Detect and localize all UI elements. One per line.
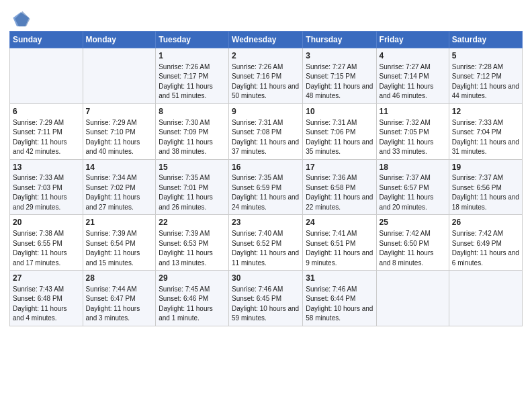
day-number: 10 [306, 106, 373, 118]
day-number: 11 [380, 106, 446, 118]
calendar-cell: 23Sunrise: 7:40 AMSunset: 6:52 PMDayligh… [229, 215, 303, 271]
day-number: 1 [159, 50, 226, 62]
calendar-cell: 12Sunrise: 7:33 AMSunset: 7:04 PMDayligh… [449, 103, 522, 159]
day-number: 14 [86, 162, 153, 173]
calendar-cell: 10Sunrise: 7:31 AMSunset: 7:06 PMDayligh… [303, 103, 376, 159]
cell-content: Sunrise: 7:39 AMSunset: 6:54 PMDaylight:… [86, 229, 153, 268]
day-number: 15 [159, 162, 226, 173]
day-number: 27 [13, 273, 80, 284]
day-number: 9 [232, 106, 300, 118]
calendar-header-row: SundayMondayTuesdayWednesdayThursdayFrid… [10, 32, 523, 48]
calendar-cell: 11Sunrise: 7:32 AMSunset: 7:05 PMDayligh… [376, 103, 449, 159]
cell-content: Sunrise: 7:39 AMSunset: 6:53 PMDaylight:… [159, 229, 226, 268]
day-number: 24 [306, 217, 373, 228]
cell-content: Sunrise: 7:46 AMSunset: 6:44 PMDaylight:… [306, 285, 373, 324]
calendar-cell: 19Sunrise: 7:37 AMSunset: 6:56 PMDayligh… [449, 159, 522, 215]
calendar-cell: 8Sunrise: 7:30 AMSunset: 7:09 PMDaylight… [156, 103, 229, 159]
page: SundayMondayTuesdayWednesdayThursdayFrid… [0, 0, 532, 411]
weekday-header: Sunday [10, 32, 83, 48]
weekday-header: Tuesday [156, 32, 229, 48]
calendar-cell: 4Sunrise: 7:27 AMSunset: 7:14 PMDaylight… [376, 48, 449, 104]
cell-content: Sunrise: 7:36 AMSunset: 6:58 PMDaylight:… [306, 173, 373, 212]
calendar-cell: 15Sunrise: 7:35 AMSunset: 7:01 PMDayligh… [156, 159, 229, 215]
weekday-header: Wednesday [229, 32, 303, 48]
calendar-cell: 22Sunrise: 7:39 AMSunset: 6:53 PMDayligh… [156, 215, 229, 271]
cell-content: Sunrise: 7:42 AMSunset: 6:50 PMDaylight:… [380, 229, 446, 268]
calendar-cell: 31Sunrise: 7:46 AMSunset: 6:44 PMDayligh… [303, 271, 376, 326]
calendar-cell: 2Sunrise: 7:26 AMSunset: 7:16 PMDaylight… [229, 48, 303, 104]
day-number: 28 [86, 273, 153, 284]
calendar-cell: 5Sunrise: 7:28 AMSunset: 7:12 PMDaylight… [449, 48, 522, 104]
logo [9, 9, 31, 28]
calendar-row: 13Sunrise: 7:33 AMSunset: 7:03 PMDayligh… [10, 159, 523, 215]
cell-content: Sunrise: 7:33 AMSunset: 7:04 PMDaylight:… [452, 118, 519, 157]
calendar-cell [10, 48, 83, 104]
calendar-table: SundayMondayTuesdayWednesdayThursdayFrid… [9, 31, 523, 326]
cell-content: Sunrise: 7:44 AMSunset: 6:47 PMDaylight:… [86, 285, 153, 324]
cell-content: Sunrise: 7:31 AMSunset: 7:06 PMDaylight:… [306, 118, 373, 157]
cell-content: Sunrise: 7:41 AMSunset: 6:51 PMDaylight:… [306, 229, 373, 268]
cell-content: Sunrise: 7:32 AMSunset: 7:05 PMDaylight:… [380, 118, 446, 157]
day-number: 5 [452, 50, 519, 62]
day-number: 21 [86, 217, 153, 228]
calendar-cell: 26Sunrise: 7:42 AMSunset: 6:49 PMDayligh… [449, 215, 522, 271]
calendar-cell: 7Sunrise: 7:29 AMSunset: 7:10 PMDaylight… [83, 103, 156, 159]
cell-content: Sunrise: 7:26 AMSunset: 7:16 PMDaylight:… [232, 62, 300, 101]
weekday-header: Thursday [303, 32, 376, 48]
cell-content: Sunrise: 7:29 AMSunset: 7:11 PMDaylight:… [13, 118, 80, 157]
calendar-row: 20Sunrise: 7:38 AMSunset: 6:55 PMDayligh… [10, 215, 523, 271]
header [9, 7, 523, 28]
calendar-cell: 9Sunrise: 7:31 AMSunset: 7:08 PMDaylight… [229, 103, 303, 159]
calendar-cell: 21Sunrise: 7:39 AMSunset: 6:54 PMDayligh… [83, 215, 156, 271]
calendar-cell: 24Sunrise: 7:41 AMSunset: 6:51 PMDayligh… [303, 215, 376, 271]
cell-content: Sunrise: 7:37 AMSunset: 6:56 PMDaylight:… [452, 173, 519, 212]
calendar-cell: 17Sunrise: 7:36 AMSunset: 6:58 PMDayligh… [303, 159, 376, 215]
cell-content: Sunrise: 7:26 AMSunset: 7:17 PMDaylight:… [159, 62, 226, 101]
calendar-cell: 6Sunrise: 7:29 AMSunset: 7:11 PMDaylight… [10, 103, 83, 159]
cell-content: Sunrise: 7:38 AMSunset: 6:55 PMDaylight:… [13, 229, 80, 268]
calendar-cell: 20Sunrise: 7:38 AMSunset: 6:55 PMDayligh… [10, 215, 83, 271]
cell-content: Sunrise: 7:27 AMSunset: 7:14 PMDaylight:… [380, 62, 446, 101]
day-number: 17 [306, 162, 373, 173]
day-number: 23 [232, 217, 300, 228]
calendar-cell [376, 271, 449, 326]
cell-content: Sunrise: 7:28 AMSunset: 7:12 PMDaylight:… [452, 62, 519, 101]
cell-content: Sunrise: 7:27 AMSunset: 7:15 PMDaylight:… [306, 62, 373, 101]
calendar-row: 6Sunrise: 7:29 AMSunset: 7:11 PMDaylight… [10, 103, 523, 159]
calendar-cell: 13Sunrise: 7:33 AMSunset: 7:03 PMDayligh… [10, 159, 83, 215]
day-number: 2 [232, 50, 300, 62]
calendar-cell: 27Sunrise: 7:43 AMSunset: 6:48 PMDayligh… [10, 271, 83, 326]
day-number: 6 [13, 106, 80, 118]
day-number: 12 [452, 106, 519, 118]
day-number: 25 [380, 217, 446, 228]
cell-content: Sunrise: 7:29 AMSunset: 7:10 PMDaylight:… [86, 118, 153, 157]
day-number: 19 [452, 162, 519, 173]
cell-content: Sunrise: 7:45 AMSunset: 6:46 PMDaylight:… [159, 285, 226, 324]
calendar-cell: 30Sunrise: 7:46 AMSunset: 6:45 PMDayligh… [229, 271, 303, 326]
day-number: 26 [452, 217, 519, 228]
calendar-cell: 25Sunrise: 7:42 AMSunset: 6:50 PMDayligh… [376, 215, 449, 271]
day-number: 30 [232, 273, 300, 284]
calendar-cell: 18Sunrise: 7:37 AMSunset: 6:57 PMDayligh… [376, 159, 449, 215]
cell-content: Sunrise: 7:35 AMSunset: 6:59 PMDaylight:… [232, 173, 300, 212]
calendar-cell [83, 48, 156, 104]
day-number: 16 [232, 162, 300, 173]
calendar-cell: 29Sunrise: 7:45 AMSunset: 6:46 PMDayligh… [156, 271, 229, 326]
day-number: 31 [306, 273, 373, 284]
cell-content: Sunrise: 7:30 AMSunset: 7:09 PMDaylight:… [159, 118, 226, 157]
calendar-row: 27Sunrise: 7:43 AMSunset: 6:48 PMDayligh… [10, 271, 523, 326]
calendar-row: 1Sunrise: 7:26 AMSunset: 7:17 PMDaylight… [10, 48, 523, 104]
weekday-header: Friday [376, 32, 449, 48]
calendar-cell [449, 271, 522, 326]
cell-content: Sunrise: 7:37 AMSunset: 6:57 PMDaylight:… [380, 173, 446, 212]
calendar-cell: 1Sunrise: 7:26 AMSunset: 7:17 PMDaylight… [156, 48, 229, 104]
calendar-cell: 14Sunrise: 7:34 AMSunset: 7:02 PMDayligh… [83, 159, 156, 215]
weekday-header: Monday [83, 32, 156, 48]
calendar-cell: 16Sunrise: 7:35 AMSunset: 6:59 PMDayligh… [229, 159, 303, 215]
day-number: 22 [159, 217, 226, 228]
weekday-header: Saturday [449, 32, 522, 48]
cell-content: Sunrise: 7:34 AMSunset: 7:02 PMDaylight:… [86, 173, 153, 212]
day-number: 3 [306, 50, 373, 62]
day-number: 13 [13, 162, 80, 173]
day-number: 18 [380, 162, 446, 173]
